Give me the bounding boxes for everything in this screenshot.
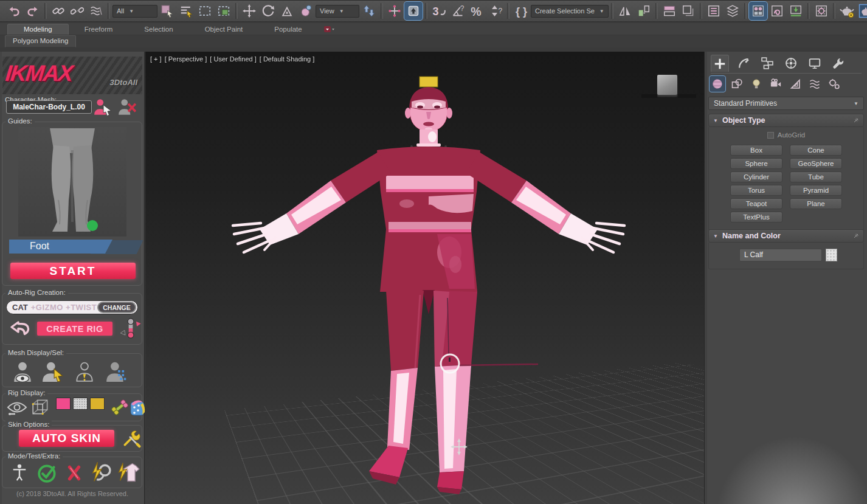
rollout-pin-icon[interactable] (853, 233, 859, 239)
current-guide-bar[interactable]: Foot (9, 240, 112, 254)
auto-skin-button[interactable]: AUTO SKIN (19, 430, 114, 447)
mesh-unselect-icon[interactable] (73, 360, 96, 383)
rendered-frame-window-icon[interactable] (787, 2, 805, 20)
rig-preset-pill[interactable]: CAT +GIZMO +TWIST CHANGE (6, 300, 138, 314)
object-type-button[interactable]: Cylinder (730, 171, 782, 182)
ribbon-tab[interactable]: Populate (258, 24, 317, 35)
undo-rig-icon[interactable] (9, 319, 33, 340)
rig-color-yellow-swatch[interactable] (90, 398, 105, 410)
quick-skin-shirt-icon[interactable] (117, 461, 140, 484)
render-setup-icon[interactable] (768, 2, 786, 20)
ribbon-minimize-icon[interactable] (324, 25, 340, 33)
object-type-button[interactable]: Sphere (730, 158, 782, 169)
undo-icon[interactable] (5, 2, 23, 20)
autogrid-checkbox[interactable] (767, 132, 774, 139)
pick-character-icon[interactable] (93, 98, 112, 116)
mesh-see-through-icon[interactable] (11, 360, 34, 383)
guide-thumbnail[interactable] (18, 127, 126, 236)
tab-hierarchy[interactable] (758, 55, 776, 72)
ribbon-tab[interactable]: Object Paint (189, 24, 259, 35)
redo-icon[interactable] (24, 2, 42, 20)
material-editor-icon[interactable] (749, 2, 767, 20)
test-fail-x-icon[interactable] (66, 463, 83, 483)
remove-character-icon[interactable] (117, 98, 137, 116)
category-helpers-icon[interactable] (787, 76, 803, 92)
primitive-category-dropdown[interactable]: Standard Primitives ▼ (708, 97, 864, 110)
category-space-warps-icon[interactable] (807, 76, 823, 92)
test-ok-check-icon[interactable] (36, 462, 58, 484)
category-geometry-icon[interactable] (710, 76, 725, 92)
tab-utilities[interactable] (829, 55, 848, 72)
category-cameras-icon[interactable] (768, 76, 784, 92)
select-by-name-icon[interactable] (177, 2, 195, 20)
select-and-place-icon[interactable] (297, 2, 315, 20)
rig-random-colors-die-icon[interactable] (129, 398, 147, 417)
object-type-button[interactable]: Cone (790, 145, 842, 156)
skin-settings-tools-icon[interactable] (122, 429, 141, 448)
character-mesh-field[interactable]: MaleChar-Body_L.00 (6, 100, 92, 114)
edit-named-selection-sets-icon[interactable]: { } (512, 2, 530, 20)
name-color-rollout-header[interactable]: ▼ Name and Color (708, 229, 864, 243)
unlink-selection-icon[interactable] (68, 2, 86, 20)
angle-snap-toggle-icon[interactable]: ? (449, 2, 467, 20)
spinner-snap-toggle-icon[interactable]: ? (486, 2, 505, 20)
viewport-shading-menu[interactable]: [ Default Shading ] (260, 55, 315, 63)
use-pivot-point-center-icon[interactable] (360, 2, 378, 20)
scene-explorer-icon[interactable] (705, 2, 723, 20)
object-color-swatch[interactable] (826, 249, 837, 261)
tab-motion[interactable] (782, 55, 800, 72)
rollout-pin-icon[interactable] (853, 117, 859, 123)
rig-visibility-eye-icon[interactable] (6, 400, 28, 416)
render-preview-icon[interactable] (857, 2, 867, 20)
rectangular-selection-region-icon[interactable] (196, 2, 214, 20)
viewport-general-menu[interactable]: [ + ] (150, 55, 162, 63)
keyboard-shortcut-override-icon[interactable] (404, 2, 423, 20)
render-flyout-icon[interactable] (838, 2, 856, 20)
select-and-manipulate-icon[interactable] (385, 2, 404, 20)
select-and-move-icon[interactable] (240, 2, 258, 20)
object-type-button[interactable]: Torus (730, 185, 782, 196)
category-systems-icon[interactable] (826, 76, 842, 92)
ribbon-tab[interactable]: Modeling (7, 24, 69, 35)
selection-filter-dropdown[interactable]: All▼ (112, 5, 157, 18)
create-rig-button[interactable]: CREATE RIG (37, 322, 112, 336)
select-and-scale-icon[interactable] (278, 2, 296, 20)
bone-swap-icon[interactable] (119, 317, 142, 340)
object-type-button[interactable]: Tube (790, 171, 842, 182)
snaps-toggle-icon[interactable]: 3 (430, 2, 448, 20)
start-button[interactable]: START (10, 263, 136, 279)
object-type-button[interactable]: TextPlus (730, 212, 782, 223)
viewport-pov-menu[interactable]: [ Perspective ] (165, 55, 207, 63)
perspective-viewport[interactable]: [ + ] [ Perspective ] [ User Defined ] [… (145, 52, 704, 504)
named-selection-set-dropdown[interactable]: Create Selection Se▼ (531, 5, 609, 18)
reference-coordinate-system-dropdown[interactable]: View▼ (316, 5, 359, 18)
manage-layers-icon[interactable] (660, 2, 679, 20)
category-lights-icon[interactable] (748, 76, 764, 92)
rig-bone-icon[interactable] (109, 396, 130, 418)
rig-color-gray-swatch[interactable] (73, 398, 88, 410)
object-name-field[interactable]: L Calf (739, 249, 822, 261)
mesh-vertices-icon[interactable] (105, 360, 128, 383)
object-type-button[interactable]: Pyramid (790, 185, 842, 196)
bind-to-space-warp-icon[interactable] (87, 2, 105, 20)
ribbon-tab[interactable]: Freeform (69, 24, 129, 35)
object-type-button[interactable]: Box (730, 145, 782, 156)
select-and-rotate-icon[interactable] (259, 2, 277, 20)
object-type-button[interactable]: GeoSphere (790, 158, 842, 169)
object-type-rollout-header[interactable]: ▼ Object Type (708, 114, 864, 127)
window-crossing-toggle-icon[interactable] (215, 2, 233, 20)
mirror-icon[interactable] (616, 2, 634, 20)
rig-wireframe-box-icon[interactable] (30, 398, 51, 418)
change-button[interactable]: CHANGE (97, 302, 136, 313)
layer-explorer-icon[interactable] (679, 2, 697, 20)
guide-dot-green[interactable] (87, 220, 98, 231)
tab-polygon-modeling[interactable]: Polygon Modeling (5, 35, 76, 47)
graph-editors-icon[interactable] (724, 2, 742, 20)
rig-color-pink-swatch[interactable] (56, 398, 71, 410)
select-and-link-icon[interactable] (49, 2, 67, 20)
mesh-select-icon[interactable] (41, 360, 64, 383)
render-settings-icon[interactable] (812, 2, 831, 20)
align-icon[interactable] (635, 2, 653, 20)
ribbon-tab[interactable]: Selection (128, 24, 188, 35)
tab-display[interactable] (806, 55, 824, 72)
